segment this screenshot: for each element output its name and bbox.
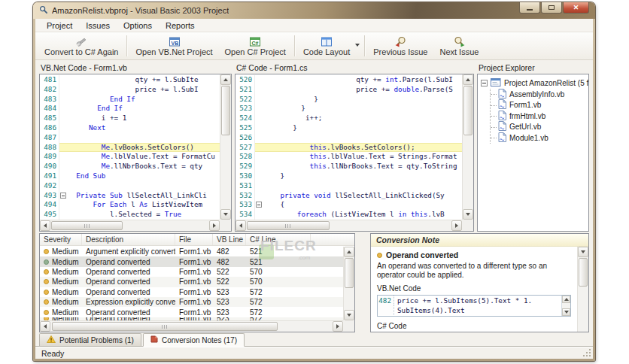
scrollbar-thumb[interactable] xyxy=(579,258,588,287)
project-explorer-tree[interactable]: Project AmazonRelist (5 files)AssemblyIn… xyxy=(477,74,589,232)
toolbar-button-next-issue[interactable]: Next Issue xyxy=(433,33,485,59)
svg-text:C#: C# xyxy=(252,41,259,46)
line-number: 522 xyxy=(235,95,255,105)
app-icon xyxy=(39,5,48,16)
scrollbar-corner xyxy=(220,220,231,231)
note-vb-code-box[interactable]: 482price += l.SubItems(5).Text * 1.SubIt… xyxy=(377,295,571,317)
cs-editor-vscrollbar[interactable] xyxy=(462,74,473,220)
note-vscrollbar[interactable] xyxy=(577,247,588,332)
tree-item-form1-vb[interactable]: Form1.vb xyxy=(491,100,587,111)
table-row[interactable]: MediumOperand convertedForm1.vb523572 xyxy=(40,287,343,297)
tree-item-assemblyinfo-vb[interactable]: AssemblyInfo.vb xyxy=(491,89,587,100)
line-number: 531 xyxy=(235,181,255,191)
collapse-icon[interactable] xyxy=(60,193,66,199)
severity-label: Medium xyxy=(52,288,79,296)
scroll-down-button[interactable] xyxy=(463,209,473,220)
vb-code-editor[interactable]: 481 qty += l.SubIte482 price += l.SubI48… xyxy=(39,74,232,232)
vb-file-icon xyxy=(498,121,506,132)
scroll-up-button[interactable] xyxy=(463,74,473,85)
menu-reports[interactable]: Reports xyxy=(159,20,202,32)
scroll-down-button[interactable] xyxy=(578,247,588,257)
close-button[interactable]: ✕ xyxy=(563,2,589,14)
vb-file-icon xyxy=(498,111,506,122)
menu-options[interactable]: Options xyxy=(117,20,159,32)
scroll-up-button[interactable] xyxy=(220,74,231,85)
scrollbar-thumb[interactable] xyxy=(51,221,123,230)
column-header-c-line[interactable]: C# Line xyxy=(246,234,311,245)
severity-icon xyxy=(44,299,49,305)
line-number: 482 xyxy=(378,296,394,305)
minimize-button[interactable] xyxy=(519,2,540,14)
cell-file: Form1.vb xyxy=(175,288,213,296)
issues-hscrollbar[interactable] xyxy=(40,320,343,332)
scrollbar-thumb[interactable] xyxy=(247,221,330,230)
line-number: 489 xyxy=(40,152,59,162)
cs-code-editor[interactable]: 520 qty += int.Parse(l.SubI521 price += … xyxy=(235,74,474,232)
menu-issues[interactable]: Issues xyxy=(79,20,117,32)
tree-item-frmhtml-vb[interactable]: frmHtml.vb xyxy=(491,111,587,122)
tree-item-geturl-vb[interactable]: GetUrl.vb xyxy=(491,122,587,133)
scroll-down-button[interactable] xyxy=(220,209,231,220)
scroll-down-button[interactable] xyxy=(562,308,570,316)
bottom-panels: SeverityDescriptionFileVB LineC# Line Me… xyxy=(35,232,593,332)
tree-item-module1-vb[interactable]: Module1.vb xyxy=(491,132,587,144)
maximize-button[interactable] xyxy=(541,2,562,14)
scroll-left-button[interactable] xyxy=(235,220,246,231)
toolbar-button-previous-issue[interactable]: Previous Issue xyxy=(367,33,433,59)
issues-grid[interactable]: SeverityDescriptionFileVB LineC# Line Me… xyxy=(39,233,355,332)
scroll-down-button[interactable] xyxy=(344,310,354,320)
table-row[interactable]: MediumOperand convertedForm1.vb522570 xyxy=(40,277,343,287)
toolbar-button-convert-to-c-again[interactable]: Convert to C# Again xyxy=(38,33,124,59)
collapse-icon[interactable] xyxy=(256,202,262,208)
menu-project[interactable]: Project xyxy=(40,20,79,32)
column-header-description[interactable]: Description xyxy=(82,234,175,245)
column-header-file[interactable]: File xyxy=(175,234,213,245)
toolbar-button-open-vb-net-project[interactable]: VBOpen VB.Net Project xyxy=(129,33,218,59)
project-explorer-panel: Project Explorer Project AmazonRelist (5… xyxy=(477,62,589,232)
table-row[interactable]: MediumOperand convertedForm1.vb482521 xyxy=(40,256,343,266)
resize-grip[interactable] xyxy=(583,349,591,357)
table-row[interactable]: MediumExpression explicitly convertedFor… xyxy=(40,297,343,307)
line-number: 523 xyxy=(235,104,255,114)
scrollbar-thumb[interactable] xyxy=(52,322,278,331)
tab-conversion-notes-17[interactable]: Conversion Notes (17) xyxy=(143,333,245,347)
scroll-right-button[interactable] xyxy=(451,220,462,231)
scrollbar-thumb[interactable] xyxy=(463,86,473,135)
wrench-icon xyxy=(75,35,88,47)
warning-icon xyxy=(47,335,56,344)
line-number: 526 xyxy=(235,133,255,143)
note-code-scrollbar[interactable] xyxy=(561,296,570,316)
scroll-up-button[interactable] xyxy=(344,247,354,257)
scrollbar-thumb[interactable] xyxy=(345,258,354,288)
table-row[interactable]: MediumArgument explicitly convertedForm1… xyxy=(40,247,343,256)
cs-editor-hscrollbar[interactable] xyxy=(235,220,462,231)
tab-potential-problems-1[interactable]: Potential Problems (1) xyxy=(39,333,141,346)
code-line: 482 price += l.SubI xyxy=(40,85,220,95)
severity-icon xyxy=(44,290,49,295)
scroll-left-button[interactable] xyxy=(40,321,50,332)
toolbar-button-code-layout[interactable]: Code Layout xyxy=(297,33,362,59)
column-header-vb-line[interactable]: VB Line xyxy=(213,234,246,245)
scroll-left-button[interactable] xyxy=(40,220,50,231)
scroll-right-button[interactable] xyxy=(209,220,220,231)
table-row[interactable]: MediumOperand convertedForm1.vb523572 xyxy=(40,307,343,317)
column-header-severity[interactable]: Severity xyxy=(40,234,82,245)
tree-root-label: Project AmazonRelist (5 files) xyxy=(504,79,589,87)
severity-label: Medium xyxy=(52,298,79,306)
vb-editor-hscrollbar[interactable] xyxy=(40,220,220,231)
vb-editor-vscrollbar[interactable] xyxy=(220,74,231,220)
scroll-up-button[interactable] xyxy=(562,296,570,303)
toolbar-button-open-c-project[interactable]: C#Open C# Project xyxy=(219,33,292,59)
issues-vscrollbar[interactable] xyxy=(343,247,354,320)
titlebar[interactable]: AmazonRelist.vbproj - Visual Basic 2003 … xyxy=(33,2,595,19)
dropdown-arrow-icon[interactable] xyxy=(355,44,360,49)
code-line: 485 i += 1 xyxy=(40,114,220,123)
severity-label: Medium xyxy=(52,258,79,266)
collapse-expander-icon[interactable] xyxy=(481,80,488,86)
scroll-right-button[interactable] xyxy=(333,321,343,332)
table-row[interactable]: MediumOperand convertedForm1.vb522570 xyxy=(40,267,343,277)
scrollbar-thumb[interactable] xyxy=(221,86,230,135)
code-line: 531 xyxy=(235,181,462,191)
conversion-note-header: Conversion Note xyxy=(371,234,588,247)
tree-root-project[interactable]: Project AmazonRelist (5 files) xyxy=(481,77,587,89)
